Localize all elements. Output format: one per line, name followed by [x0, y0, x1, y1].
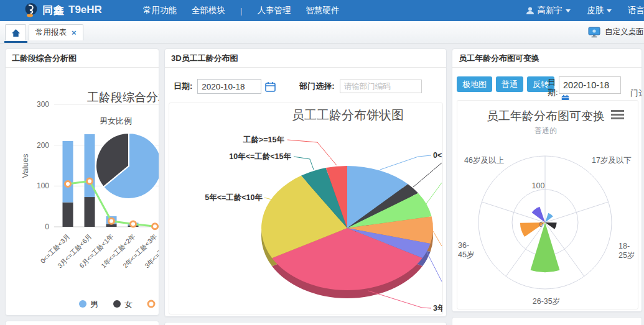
- svg-text:工龄段综合分析图: 工龄段综合分析图: [87, 91, 159, 104]
- menu-item-all-modules[interactable]: 全部模块: [192, 5, 225, 16]
- pie-chart-container: 员工工龄分布饼状图工龄>=15年10年<=工龄<15年5年<=工龄<10年0<3…: [169, 103, 443, 314]
- date-input[interactable]: [559, 76, 621, 94]
- age-rose-chart: 员工年龄分布图可变换普通的100017岁及以下18-25岁26-35岁36-45…: [457, 101, 638, 309]
- user-name: 高新宇: [538, 5, 563, 16]
- svg-text:26-35岁: 26-35岁: [533, 297, 560, 306]
- date-label: 日期:: [174, 81, 192, 92]
- home-tab[interactable]: [5, 24, 26, 40]
- panel-header: 3D员工工龄分布图: [165, 49, 446, 68]
- caret-down-icon: [607, 9, 612, 12]
- svg-text:男女比例: 男女比例: [100, 116, 132, 126]
- svg-text:100: 100: [532, 181, 545, 190]
- svg-text:员工工龄分布饼状图: 员工工龄分布饼状图: [292, 108, 404, 122]
- date-input[interactable]: [197, 79, 261, 94]
- svg-text:5年<=工龄<10年: 5年<=工龄<10年: [205, 193, 263, 202]
- active-tab-underline: [4, 41, 27, 43]
- logo-text-cn: 同鑫: [42, 3, 65, 17]
- svg-text:10年<=工龄<15年: 10年<=工龄<15年: [229, 152, 291, 161]
- menu-item-smart-hardware[interactable]: 智慧硬件: [306, 5, 339, 16]
- chart-menu-icon[interactable]: [611, 110, 624, 121]
- normal-mode-button[interactable]: 普通: [496, 76, 523, 92]
- svg-text:普通的: 普通的: [534, 126, 557, 135]
- worklife-combo-chart: 0100200300Values工龄段综合分析图0<=工龄<3月3月<=工龄<6…: [6, 68, 159, 316]
- menu-item-hr-management[interactable]: 人事管理: [257, 5, 291, 16]
- svg-text:200: 200: [37, 141, 49, 150]
- panel-header: 工龄段综合分析图: [6, 49, 159, 68]
- polar-mode-button[interactable]: 极地图: [457, 76, 492, 92]
- svg-text:100: 100: [37, 181, 49, 190]
- skin-label: 皮肤: [587, 5, 604, 16]
- tab-bar: 常用报表 × 自定义桌面: [0, 21, 644, 43]
- menu-separator: |: [240, 6, 242, 16]
- calendar-icon[interactable]: [265, 81, 276, 92]
- svg-text:男: 男: [90, 300, 98, 309]
- dept-code-input[interactable]: [340, 80, 422, 93]
- next-row-panel: [5, 321, 159, 325]
- svg-text:工龄>=15年: 工龄>=15年: [243, 135, 285, 144]
- skin-menu[interactable]: 皮肤: [587, 5, 612, 16]
- language-menu[interactable]: 语言: [628, 5, 644, 16]
- dept-select-label-clipped: 门选: [630, 88, 642, 99]
- tab-close-icon[interactable]: ×: [72, 28, 77, 37]
- user-icon: [526, 6, 534, 15]
- svg-text:36-: 36-: [458, 241, 469, 250]
- menu-item-common-functions[interactable]: 常用功能: [143, 5, 177, 16]
- svg-text:女: 女: [124, 300, 133, 309]
- next-row-panel: [452, 317, 642, 325]
- worklife-3d-pie-chart: 员工工龄分布饼状图工龄>=15年10年<=工龄<15年5年<=工龄<10年0<3…: [169, 103, 442, 314]
- dept-select-label: 部门选择:: [299, 81, 334, 92]
- caret-down-icon: [566, 9, 571, 12]
- date-label: 日期:: [548, 78, 558, 98]
- panel-3d-worklife-pie: 3D员工工龄分布图 日期: 部门选择: 员工工龄分布饼状图工龄>=15年10年<…: [164, 48, 447, 317]
- svg-text:46岁及以上: 46岁及以上: [464, 156, 504, 165]
- svg-text:0: 0: [539, 221, 543, 228]
- chart-mode-buttons: 极地图 普通 反转: [457, 76, 554, 92]
- user-menu[interactable]: 高新宇: [526, 5, 571, 16]
- logo-icon: [24, 2, 39, 17]
- app-logo: 同鑫 T9eHR: [24, 2, 102, 17]
- monitor-icon: [588, 27, 600, 38]
- svg-text:0: 0: [45, 222, 49, 231]
- svg-text:17岁及以下: 17岁及以下: [592, 156, 632, 165]
- svg-text:Values: Values: [21, 153, 30, 178]
- logo-text-en: T9eHR: [68, 4, 102, 16]
- svg-text:员工年龄分布图可变换: 员工年龄分布图可变换: [487, 109, 605, 122]
- tab-label: 常用报表: [35, 27, 67, 38]
- svg-text:25岁: 25岁: [618, 251, 635, 260]
- svg-text:18-: 18-: [618, 242, 630, 250]
- top-navigation-bar: 同鑫 T9eHR 常用功能 全部模块 | 人事管理 智慧硬件 高新宇 皮肤 语言: [0, 0, 644, 21]
- panel-worklife-analysis: 工龄段综合分析图 0100200300Values工龄段综合分析图0<=工龄<3…: [5, 48, 159, 316]
- svg-text:0<: 0<: [433, 151, 442, 160]
- home-icon: [11, 29, 21, 37]
- filter-form: 日期: 部门选择:: [174, 79, 422, 94]
- panel-age-distribution: 员工年龄分布图可变换 极地图 普通 反转 日期: 门选 员工年龄分布图可变换普通…: [452, 48, 642, 312]
- topbar-right-group: 高新宇 皮肤 语言: [526, 0, 644, 21]
- panel-header: 员工年龄分布图可变换: [452, 49, 642, 68]
- svg-text:300: 300: [37, 100, 49, 109]
- main-menu: 常用功能 全部模块 | 人事管理 智慧硬件: [143, 0, 339, 21]
- custom-desktop-label: 自定义桌面: [605, 27, 644, 37]
- language-label: 语言: [628, 5, 644, 16]
- svg-text:45岁: 45岁: [458, 250, 474, 259]
- rose-chart-container: 员工年龄分布图可变换普通的100017岁及以下18-25岁26-35岁36-45…: [457, 100, 638, 309]
- custom-desktop-button[interactable]: 自定义桌面: [588, 21, 644, 43]
- svg-text:3年<: 3年<: [433, 304, 442, 313]
- next-row-panel: [164, 322, 447, 325]
- tab-common-reports[interactable]: 常用报表 ×: [29, 24, 83, 40]
